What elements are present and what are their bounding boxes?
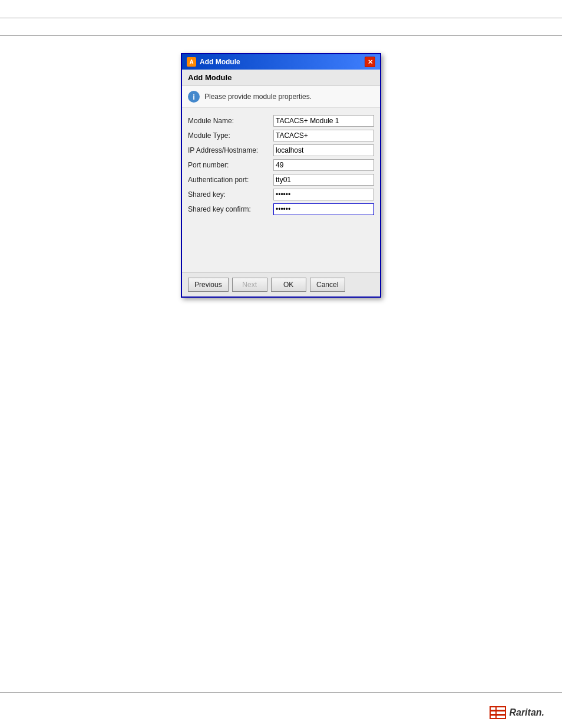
input-module-name[interactable] xyxy=(273,115,374,127)
input-module-type[interactable] xyxy=(273,130,374,141)
input-ip-address[interactable] xyxy=(273,144,374,156)
dialog-overlay: A Add Module ✕ Add Module i Please provi… xyxy=(181,53,381,298)
raritan-logo-icon xyxy=(490,706,506,719)
dialog-spacer xyxy=(188,218,374,265)
form-row-port-number: Port number: xyxy=(188,159,374,171)
label-port-number: Port number: xyxy=(188,161,273,169)
label-auth-port: Authentication port: xyxy=(188,176,273,184)
next-btn: Next xyxy=(232,278,267,292)
svg-rect-5 xyxy=(497,716,505,718)
form-row-shared-key: Shared key: xyxy=(188,189,374,200)
svg-rect-1 xyxy=(491,711,495,714)
raritan-logo-text: Raritan. xyxy=(509,707,544,718)
input-shared-key-confirm[interactable] xyxy=(273,203,374,215)
label-shared-key-confirm: Shared key confirm: xyxy=(188,205,273,213)
input-port-number[interactable] xyxy=(273,159,374,171)
section-header: Add Module xyxy=(182,70,380,86)
form-row-ip-address: IP Address/Hostname: xyxy=(188,144,374,156)
input-shared-key[interactable] xyxy=(273,189,374,200)
form-row-module-type: Module Type: xyxy=(188,130,374,141)
info-bar: i Please provide module properties. xyxy=(182,86,380,108)
add-module-dialog: A Add Module ✕ Add Module i Please provi… xyxy=(181,53,381,298)
form-row-auth-port: Authentication port: xyxy=(188,174,374,186)
ok-btn[interactable]: OK xyxy=(271,278,306,292)
dialog-body: Module Name:Module Type:IP Address/Hostn… xyxy=(182,108,380,272)
svg-rect-4 xyxy=(497,711,505,714)
info-message: Please provide module properties. xyxy=(204,93,312,101)
label-ip-address: IP Address/Hostname: xyxy=(188,146,273,154)
form-row-module-name: Module Name: xyxy=(188,115,374,127)
info-icon: i xyxy=(188,91,200,103)
second-rule xyxy=(0,35,562,36)
footer-buttons-container: PreviousNextOKCancel xyxy=(188,278,374,292)
top-rule xyxy=(0,18,562,18)
cancel-btn[interactable]: Cancel xyxy=(310,278,345,292)
svg-rect-3 xyxy=(497,707,505,710)
label-module-name: Module Name: xyxy=(188,117,273,125)
input-auth-port[interactable] xyxy=(273,174,374,186)
svg-rect-0 xyxy=(491,707,495,710)
bottom-rule xyxy=(0,692,562,693)
form-row-shared-key-confirm: Shared key confirm: xyxy=(188,203,374,215)
close-button[interactable]: ✕ xyxy=(365,57,375,67)
previous-btn[interactable]: Previous xyxy=(188,278,229,292)
dialog-footer: PreviousNextOKCancel xyxy=(182,272,380,297)
label-module-type: Module Type: xyxy=(188,131,273,140)
dialog-title-icon: A xyxy=(187,57,196,67)
dialog-titlebar-left: A Add Module xyxy=(187,57,240,67)
dialog-title: Add Module xyxy=(200,58,240,66)
label-shared-key: Shared key: xyxy=(188,190,273,199)
raritan-logo: Raritan. xyxy=(490,706,544,719)
dialog-titlebar: A Add Module ✕ xyxy=(182,54,380,70)
svg-rect-2 xyxy=(491,716,495,718)
